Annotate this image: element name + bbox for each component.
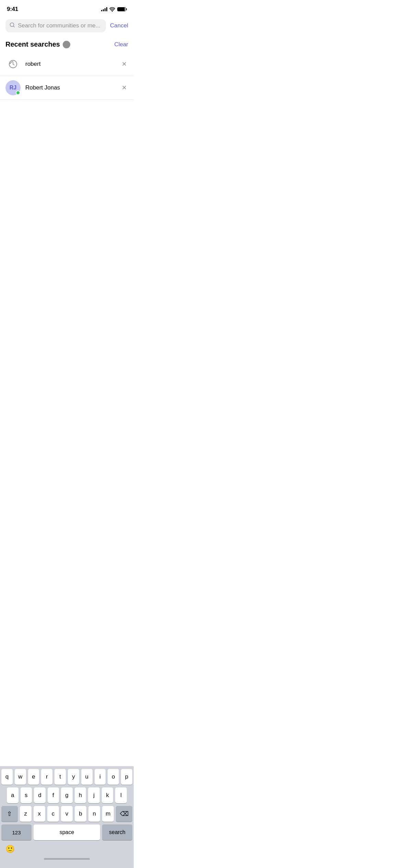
recent-search-text-robert: robert: [25, 61, 116, 68]
recent-search-item-robert[interactable]: robert ✕: [0, 52, 134, 76]
online-dot-rj: [16, 91, 20, 95]
battery-icon: [117, 7, 127, 11]
recent-search-item-robert-jonas[interactable]: RJ Robert Jonas ✕: [0, 76, 134, 100]
clear-button[interactable]: Clear: [114, 41, 128, 48]
avatar-wrapper-rj: RJ: [5, 80, 21, 95]
contact-name-robert-jonas: Robert Jonas: [25, 84, 116, 91]
close-robert-button[interactable]: ✕: [120, 59, 128, 69]
history-icon: [9, 60, 17, 69]
history-icon-wrapper: [5, 57, 21, 72]
recent-searches-title-row: Recent searches: [5, 40, 70, 48]
status-bar: 9:41: [0, 0, 134, 16]
cancel-button[interactable]: Cancel: [110, 21, 128, 31]
status-icons: [101, 7, 127, 12]
recent-searches-header: Recent searches Clear: [0, 35, 134, 52]
close-robert-jonas-button[interactable]: ✕: [120, 83, 128, 93]
signal-icon: [101, 7, 107, 11]
gray-dot: [63, 41, 70, 48]
search-bar-container: Cancel: [0, 16, 134, 35]
wifi-icon: [109, 7, 115, 12]
status-time: 9:41: [7, 6, 18, 13]
search-input-wrapper[interactable]: [5, 19, 106, 32]
recent-searches-title: Recent searches: [5, 40, 60, 48]
search-input[interactable]: [18, 22, 102, 29]
search-mag-icon: [10, 22, 15, 29]
